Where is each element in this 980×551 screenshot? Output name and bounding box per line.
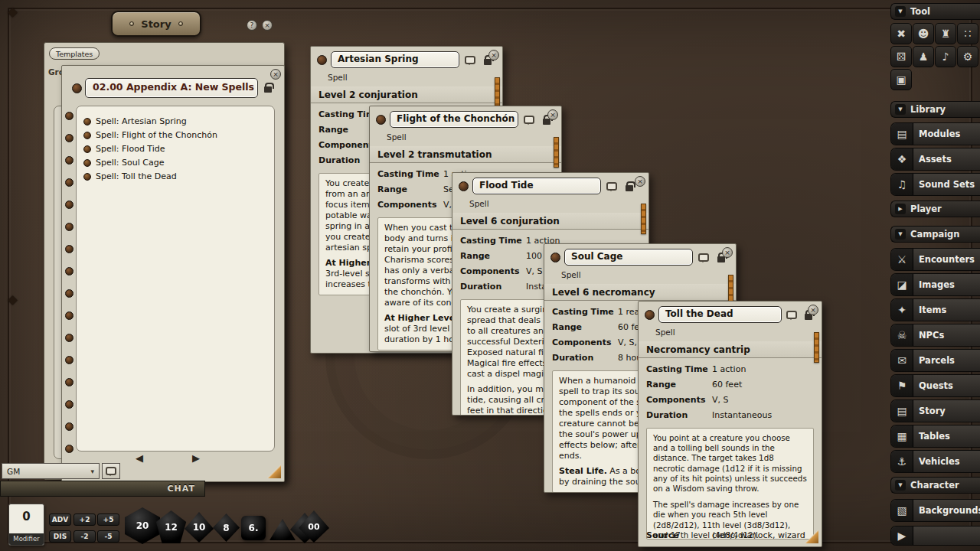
bookmark-ribbon[interactable] — [495, 77, 500, 108]
sidebar-item-npcs[interactable]: ☠ NPCs — [890, 324, 980, 347]
spell-title[interactable]: Soul Cage — [564, 249, 693, 266]
entry-dot-icon[interactable] — [65, 356, 74, 364]
tool-tokens-icon[interactable]: ∷ — [957, 23, 978, 44]
plus-2-button[interactable]: +2 — [74, 514, 96, 526]
field-value: 1 action — [712, 362, 746, 377]
chat-speaker-select[interactable]: GM ▾ — [2, 463, 100, 479]
sidebar-item-modules[interactable]: ▤ Modules — [890, 122, 980, 145]
chat-window-titlebar[interactable]: CHAT — [0, 481, 205, 497]
entry-dot-icon[interactable] — [65, 289, 74, 298]
entry-dot-icon[interactable] — [65, 400, 74, 409]
sidebar-item-vehicles[interactable]: ⚓ Vehicles — [890, 450, 980, 473]
entry-dot-icon[interactable] — [65, 267, 74, 276]
dis-button[interactable]: DIS — [49, 530, 71, 543]
tool-identity-icon[interactable]: ♟ — [913, 46, 934, 67]
tool-close-windows-icon[interactable]: ✖ — [890, 23, 912, 44]
sidebar-section-campaign[interactable]: ▼ Campaign — [890, 226, 980, 243]
spell-window-toll-the-dead: Toll the Dead × Spell Necromancy cantrip… — [638, 301, 822, 547]
entry-dot-icon[interactable] — [65, 445, 74, 453]
spell-link-toll-the-dead[interactable]: Spell: Toll the Dead — [83, 171, 177, 181]
link-icon[interactable] — [317, 55, 327, 65]
close-button[interactable]: × — [722, 247, 733, 258]
sidebar-section-character[interactable]: ▼ Character — [890, 477, 980, 494]
die-value: 20 — [136, 520, 149, 531]
close-button[interactable]: × — [808, 305, 818, 315]
close-button[interactable]: × — [262, 20, 273, 31]
modifier-stack[interactable]: 0 Modifier — [8, 504, 44, 546]
spell-title[interactable]: Flight of the Chonchón — [390, 111, 518, 128]
entry-dot-icon[interactable] — [65, 156, 74, 165]
spell-link-soul-cage[interactable]: Spell: Soul Cage — [83, 158, 164, 168]
sidebar-scroll-button[interactable]: ▶ — [890, 526, 980, 546]
sidebar-item-sound-sets[interactable]: ♫ Sound Sets — [890, 173, 980, 196]
close-button[interactable]: × — [270, 69, 281, 80]
story-entry-title[interactable]: 02.00 Appendix A: New Spells — [85, 78, 258, 98]
entry-dot-icon[interactable] — [65, 334, 74, 342]
tool-color-wheel-icon[interactable]: ⚙ — [957, 46, 978, 67]
templates-button[interactable]: Templates — [49, 47, 100, 60]
field-label: Casting Time — [646, 362, 712, 377]
entry-dot-icon[interactable] — [65, 134, 74, 142]
chat-share-icon[interactable] — [697, 250, 710, 264]
die-d6[interactable]: 6. — [241, 516, 266, 540]
entry-dot-icon[interactable] — [65, 378, 74, 386]
close-button[interactable]: × — [635, 176, 645, 187]
chat-share-icon[interactable] — [605, 179, 619, 193]
link-icon[interactable] — [72, 83, 82, 93]
entry-dot-icon[interactable] — [65, 311, 74, 320]
close-button[interactable]: × — [547, 109, 558, 120]
next-page-arrow[interactable]: ▶ — [192, 453, 200, 464]
tool-camera-icon[interactable]: ▣ — [890, 69, 912, 90]
chat-share-icon[interactable] — [463, 53, 477, 67]
help-button[interactable]: ? — [247, 20, 257, 31]
sidebar-item-tables[interactable]: ▦ Tables — [890, 425, 980, 448]
story-window-title-plaque[interactable]: Story — [111, 11, 201, 37]
spell-title[interactable]: Toll the Dead — [658, 306, 782, 323]
sidebar-item-quests[interactable]: ⚑ Quests — [890, 374, 980, 397]
entry-dot-icon[interactable] — [65, 245, 74, 253]
sidebar-item-items[interactable]: ✦ Items — [890, 298, 980, 321]
bookmark-ribbon[interactable] — [814, 332, 819, 363]
link-icon[interactable] — [550, 253, 560, 262]
chat-share-icon[interactable] — [786, 308, 799, 321]
adv-button[interactable]: ADV — [49, 514, 71, 526]
tool-sound-icon[interactable]: ♪ — [935, 46, 956, 67]
entry-dot-icon[interactable] — [65, 223, 74, 231]
sidebar-item-story[interactable]: ▤ Story — [890, 399, 980, 422]
link-icon[interactable] — [376, 115, 386, 125]
bookmark-ribbon[interactable] — [641, 204, 646, 234]
sidebar-section-tool[interactable]: ▼ Tool — [890, 3, 980, 20]
chat-share-icon[interactable] — [522, 112, 536, 126]
tool-dice-tower-icon[interactable]: ♜ — [935, 23, 956, 44]
sidebar-item-assets[interactable]: ❖ Assets — [890, 148, 980, 171]
sidebar-item-encounters[interactable]: ⚔ Encounters — [890, 248, 980, 271]
entry-dot-icon[interactable] — [65, 201, 74, 209]
spell-link-flight-of-the-chonchon[interactable]: Spell: Flight of the Chonchón — [83, 130, 217, 140]
close-button[interactable]: × — [488, 50, 499, 60]
sidebar-item-images[interactable]: ◪ Images — [890, 273, 980, 296]
sidebar-item-backgrounds[interactable]: ▧ Backgrounds — [890, 499, 980, 522]
spell-title[interactable]: Artesian Spring — [331, 51, 459, 68]
prev-page-arrow[interactable]: ◀ — [136, 453, 143, 464]
plus-5-button[interactable]: +5 — [97, 514, 119, 526]
resize-fold-corner[interactable] — [267, 465, 281, 478]
tool-characters-icon[interactable]: ☻ — [913, 23, 934, 44]
tool-percent-dice-icon[interactable]: ⚄ — [890, 46, 912, 67]
link-icon[interactable] — [645, 310, 655, 320]
chat-mode-button[interactable] — [102, 463, 120, 479]
spell-link-artesian-spring[interactable]: Spell: Artesian Spring — [83, 116, 187, 126]
spell-link-flood-tide[interactable]: Spell: Flood Tide — [83, 144, 165, 154]
entry-dot-icon[interactable] — [65, 422, 74, 431]
spell-title[interactable]: Flood Tide — [472, 178, 601, 194]
minus-2-button[interactable]: -2 — [74, 530, 96, 543]
sidebar-section-player[interactable]: ▶ Player — [890, 201, 980, 217]
link-icon[interactable] — [459, 181, 469, 191]
minus-5-button[interactable]: -5 — [97, 530, 119, 543]
sidebar-item-parcels[interactable]: ✉ Parcels — [890, 349, 980, 372]
window-titlebar: Toll the Dead — [639, 302, 822, 328]
bookmark-ribbon[interactable] — [554, 137, 559, 168]
entry-dot-icon[interactable] — [65, 178, 74, 187]
sidebar-section-library[interactable]: ▼ Library — [890, 101, 980, 118]
entry-dot-icon[interactable] — [65, 112, 74, 120]
lock-icon[interactable] — [264, 81, 272, 96]
